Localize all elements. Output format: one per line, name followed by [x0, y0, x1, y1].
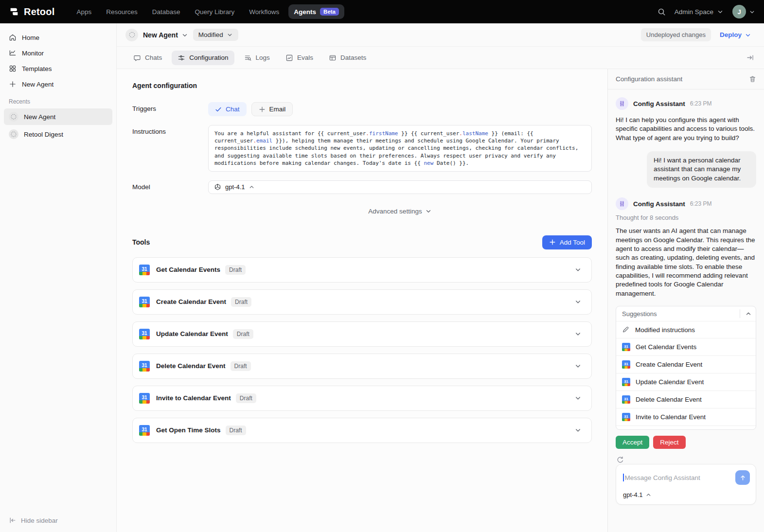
deploy-button[interactable]: Deploy — [716, 28, 755, 41]
trash-icon[interactable] — [749, 75, 756, 83]
chevron-up-icon — [645, 492, 652, 498]
chevron-down-icon[interactable] — [574, 362, 582, 370]
arrow-up-icon — [739, 474, 746, 481]
assistant-message-input[interactable]: Message Config Assistant — [625, 474, 700, 481]
composer-model-select[interactable]: gpt-4.1 — [623, 491, 750, 498]
sidebar-item-home[interactable]: Home — [4, 30, 112, 45]
tool-card-delete-calendar-event[interactable]: Delete Calendar Event Draft — [132, 354, 592, 379]
chevron-down-icon[interactable] — [574, 298, 582, 305]
tool-name: Update Calendar Event — [156, 330, 228, 337]
reject-button[interactable]: Reject — [653, 436, 685, 449]
nav-apps[interactable]: Apps — [69, 4, 99, 19]
openai-icon — [214, 183, 221, 191]
deploy-label: Deploy — [720, 31, 742, 38]
tab-label: Logs — [256, 54, 270, 61]
google-calendar-icon — [622, 360, 630, 369]
tab-label: Chats — [145, 54, 162, 61]
chat-bubble-icon — [133, 54, 141, 62]
regenerate-icon[interactable] — [616, 456, 624, 464]
instructions-input[interactable]: You are a helpful assistant for {{ curre… — [208, 125, 592, 172]
recent-item-new-agent[interactable]: New Agent — [4, 108, 112, 125]
google-calendar-icon — [139, 393, 150, 404]
plus-icon — [549, 239, 556, 246]
left-sidebar: Home Monitor Templates New Agent Recents… — [0, 23, 117, 532]
chevron-down-icon[interactable] — [574, 394, 582, 402]
hide-sidebar-icon — [9, 516, 17, 524]
message-timestamp: 6:23 PM — [690, 100, 712, 107]
nav-query-library[interactable]: Query Library — [188, 4, 242, 19]
thought-duration[interactable]: Thought for 8 seconds — [616, 214, 756, 221]
email-trigger-button[interactable]: Email — [251, 102, 293, 116]
beta-badge: Beta — [320, 8, 339, 16]
config-assistant-avatar — [616, 97, 628, 110]
suggestions-collapse-button[interactable] — [744, 309, 753, 318]
sidebar-item-new-agent[interactable]: New Agent — [4, 77, 112, 91]
suggestion-delete-calendar-event[interactable]: Delete Calendar Event — [616, 390, 756, 408]
top-navbar: Retool Apps Resources Database Query Lib… — [0, 0, 764, 23]
model-row: Model gpt-4.1 — [132, 180, 592, 194]
configuration-assistant-panel: Configuration assistant Config Assistant… — [607, 69, 764, 532]
tool-card-get-calendar-events[interactable]: Get Calendar Events Draft — [132, 257, 592, 283]
search-icon[interactable] — [657, 8, 666, 16]
sliders-vertical-icon — [619, 100, 625, 107]
nav-workflows[interactable]: Workflows — [242, 4, 286, 19]
chat-trigger-button[interactable]: Chat — [208, 102, 247, 116]
accept-button[interactable]: Accept — [616, 436, 649, 449]
sidebar-item-label: Monitor — [22, 50, 44, 57]
tab-chats[interactable]: Chats — [127, 51, 168, 65]
suggestion-create-calendar-event[interactable]: Create Calendar Event — [616, 355, 756, 373]
sliders-vertical-icon — [619, 200, 625, 207]
advanced-settings-toggle[interactable]: Advanced settings — [208, 208, 592, 215]
navbar-right: Admin Space J — [657, 5, 755, 18]
chevron-down-icon — [181, 32, 188, 38]
tool-name: Invite to Calendar Event — [156, 394, 231, 402]
tool-card-create-calendar-event[interactable]: Create Calendar Event Draft — [132, 289, 592, 315]
suggestion-invite-to-calendar-event[interactable]: Invite to Calendar Event — [616, 408, 756, 426]
send-button[interactable] — [735, 470, 750, 485]
sidebar-item-templates[interactable]: Templates — [4, 61, 112, 76]
draft-badge: Draft — [225, 265, 246, 275]
nav-agents[interactable]: Agents Beta — [288, 4, 344, 19]
account-menu[interactable]: J — [732, 5, 755, 18]
suggestion-get-open-time-slots[interactable]: Get Open Time Slots — [616, 426, 756, 430]
tool-card-update-calendar-event[interactable]: Update Calendar Event Draft — [132, 321, 592, 347]
suggestion-modified-instructions[interactable]: Modified instructions — [616, 321, 756, 338]
workspace-switcher[interactable]: Admin Space — [675, 8, 724, 16]
assistant-sender-name: Config Assistant — [633, 200, 685, 208]
collapse-panel-icon[interactable] — [744, 52, 756, 64]
nav-resources[interactable]: Resources — [99, 4, 145, 19]
tab-datasets[interactable]: Datasets — [323, 51, 372, 65]
sidebar-item-label: Templates — [22, 65, 52, 72]
status-menu[interactable]: Modified — [193, 29, 238, 41]
suggestion-update-calendar-event[interactable]: Update Calendar Event — [616, 373, 756, 390]
sidebar-item-monitor[interactable]: Monitor — [4, 46, 112, 60]
suggestion-label: Update Calendar Event — [636, 378, 704, 386]
assistant-panel-header: Configuration assistant — [608, 69, 764, 89]
suggestion-get-calendar-events[interactable]: Get Calendar Events — [616, 338, 756, 355]
tool-card-invite-to-calendar-event[interactable]: Invite to Calendar Event Draft — [132, 386, 592, 411]
agent-name-menu[interactable]: New Agent — [143, 31, 188, 39]
tab-logs[interactable]: Logs — [238, 51, 276, 65]
workspace-name: Admin Space — [675, 8, 713, 16]
google-calendar-icon — [622, 343, 630, 351]
chevron-down-icon[interactable] — [574, 426, 582, 434]
email-trigger-label: Email — [269, 106, 286, 113]
nav-database[interactable]: Database — [145, 4, 188, 19]
add-tool-button[interactable]: Add Tool — [542, 235, 592, 249]
advanced-settings-label: Advanced settings — [368, 208, 422, 215]
tool-card-get-open-time-slots[interactable]: Get Open Time Slots Draft — [132, 418, 592, 443]
section-title: Agent configuration — [132, 82, 592, 89]
tab-evals[interactable]: Evals — [280, 51, 319, 65]
hide-sidebar-button[interactable]: Hide sidebar — [9, 516, 58, 524]
chevron-down-icon[interactable] — [574, 330, 582, 337]
model-select[interactable]: gpt-4.1 — [208, 180, 592, 194]
chevron-down-icon[interactable] — [574, 266, 582, 273]
draft-badge: Draft — [231, 361, 251, 371]
tab-configuration[interactable]: Configuration — [172, 51, 234, 65]
assistant-composer: Message Config Assistant gpt-4.1 — [616, 464, 756, 505]
recent-item-retool-digest[interactable]: Retool Digest — [4, 126, 112, 142]
retool-brand[interactable]: Retool — [9, 6, 54, 18]
suggestion-label: Delete Calendar Event — [636, 396, 702, 403]
agent-name: New Agent — [143, 31, 178, 39]
google-calendar-icon — [139, 425, 150, 436]
